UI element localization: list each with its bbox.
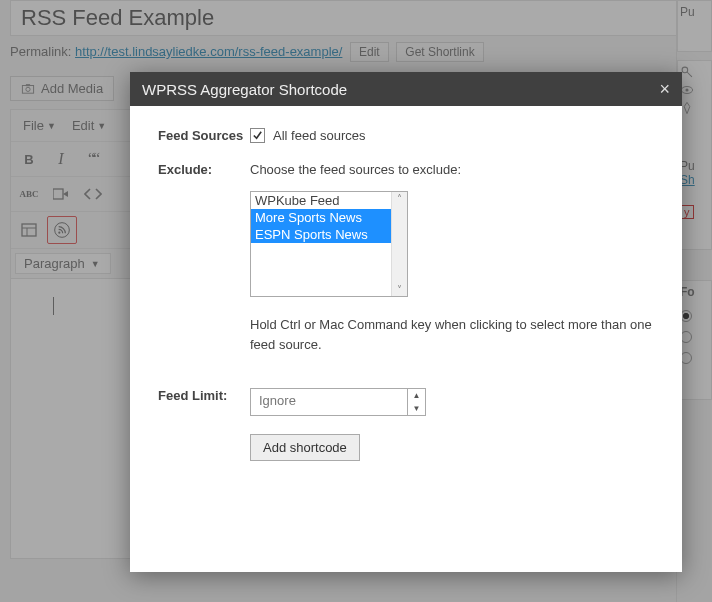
scroll-up-icon[interactable]: ˄ <box>397 192 402 205</box>
stepper-up-icon[interactable]: ▲ <box>408 389 425 402</box>
exclude-label: Exclude: <box>158 162 250 354</box>
listbox-scrollbar[interactable]: ˄ ˅ <box>391 192 407 296</box>
all-feed-sources-checkbox[interactable]: All feed sources <box>250 128 366 143</box>
modal-header: WPRSS Aggregator Shortcode × <box>130 72 682 106</box>
checkbox-box <box>250 128 265 143</box>
feed-limit-label: Feed Limit: <box>158 388 250 416</box>
exclude-listbox[interactable]: WPKube FeedMore Sports NewsESPN Sports N… <box>250 191 408 297</box>
feed-limit-input[interactable]: Ignore ▲ ▼ <box>250 388 426 416</box>
exclude-option[interactable]: More Sports News <box>251 209 391 226</box>
exclude-prompt: Choose the feed sources to exclude: <box>250 162 654 177</box>
add-shortcode-button[interactable]: Add shortcode <box>250 434 360 461</box>
all-feed-sources-text: All feed sources <box>273 128 366 143</box>
stepper-down-icon[interactable]: ▼ <box>408 402 425 415</box>
scroll-down-icon[interactable]: ˅ <box>397 283 402 296</box>
checkmark-icon <box>252 130 263 141</box>
exclude-option[interactable]: ESPN Sports News <box>251 226 391 243</box>
feed-sources-label: Feed Sources <box>158 128 250 144</box>
exclude-help-text: Hold Ctrl or Mac Command key when clicki… <box>250 315 654 354</box>
shortcode-modal: WPRSS Aggregator Shortcode × Feed Source… <box>130 72 682 572</box>
close-icon[interactable]: × <box>659 80 670 98</box>
modal-title: WPRSS Aggregator Shortcode <box>142 81 347 98</box>
exclude-option[interactable]: WPKube Feed <box>251 192 391 209</box>
feed-limit-value: Ignore <box>251 389 407 415</box>
